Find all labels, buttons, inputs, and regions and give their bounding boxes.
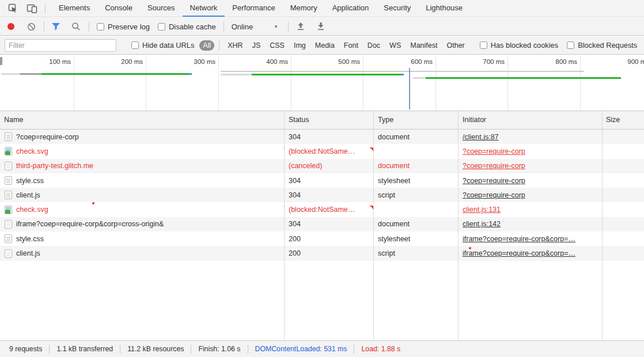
filter-pill-ws[interactable]: WS (386, 40, 404, 51)
type-cell: script (373, 249, 458, 257)
table-row[interactable]: client.js 200 script iframe?coep=require… (0, 246, 644, 260)
tab-elements[interactable]: Elements (51, 0, 97, 17)
chevron-down-icon[interactable]: ▼ (274, 24, 278, 29)
search-icon[interactable] (71, 22, 81, 31)
tab-lighthouse[interactable]: Lighthouse (418, 0, 470, 17)
has-blocked-cookies-checkbox[interactable] (480, 41, 487, 49)
preserve-log-checkbox[interactable] (97, 23, 104, 31)
timeline-tick-label: 500 ms (319, 58, 360, 65)
initiator-link[interactable]: ?coep=require-corp (463, 177, 525, 185)
table-row[interactable]: check.svg (blocked:NotSame… ?coep=requir… (0, 144, 644, 158)
initiator-cell: ?coep=require-corp (458, 191, 602, 199)
tab-label: Elements (59, 3, 90, 12)
table-row[interactable]: ?coep=require-corp 304 document /client.… (0, 130, 644, 144)
panel-tabs: ElementsConsoleSourcesNetworkPerformance… (51, 0, 470, 17)
red-annotation-dot (469, 247, 471, 249)
status-cell: (blocked:NotSame… (284, 147, 373, 155)
status-cell: 304 (284, 220, 373, 228)
initiator-link[interactable]: ?coep=require-corp (463, 162, 525, 170)
filter-funnel-icon[interactable] (51, 22, 60, 31)
toolbar-divider (288, 21, 289, 32)
tab-memory[interactable]: Memory (283, 0, 325, 17)
toolbar-divider (219, 40, 219, 51)
red-annotation-dot (92, 202, 94, 204)
table-row[interactable]: client.js 304 script ?coep=require-corp (0, 188, 644, 202)
import-har-icon[interactable] (297, 22, 305, 31)
hide-data-urls-checkbox[interactable] (131, 41, 139, 49)
tab-label: Memory (290, 3, 317, 12)
filter-pill-css[interactable]: CSS (266, 40, 288, 51)
filter-pill-font[interactable]: Font (340, 40, 362, 51)
column-header-initiator[interactable]: Initiator (463, 111, 486, 129)
filter-pill-js[interactable]: JS (249, 40, 264, 51)
timeline-tick-label: 600 ms (391, 58, 433, 65)
filter-pill-img[interactable]: Img (290, 40, 309, 51)
inspect-element-icon[interactable] (8, 3, 18, 13)
initiator-link[interactable]: client.js:131 (463, 206, 501, 214)
initiator-link[interactable]: ?coep=require-corp (463, 191, 525, 199)
filter-pill-doc[interactable]: Doc (364, 40, 384, 51)
tab-label: Application (332, 3, 369, 12)
has-blocked-cookies-label: Has blocked cookies (491, 41, 558, 50)
status-bar-item: 1.1 kB transferred (50, 345, 120, 353)
filter-pill-xhr[interactable]: XHR (224, 40, 246, 51)
initiator-link[interactable]: /client.js:87 (463, 133, 499, 141)
device-toolbar-icon[interactable] (26, 3, 37, 13)
status-text: (canceled) (289, 162, 322, 170)
tab-console[interactable]: Console (97, 0, 140, 17)
timeline-tick-label: 100 ms (29, 58, 71, 65)
status-cell: 304 (284, 191, 373, 199)
record-icon[interactable] (7, 23, 14, 30)
initiator-link[interactable]: iframe?coep=require-corp&corp=… (463, 235, 575, 243)
request-name: ?coep=require-corp (16, 133, 79, 141)
network-overview-waterfall[interactable]: 100 ms200 ms300 ms400 ms500 ms600 ms700 … (0, 55, 644, 111)
image-file-icon (5, 206, 12, 214)
table-row[interactable]: style.css 304 stylesheet ?coep=require-c… (0, 173, 644, 188)
status-cell: (blocked:NotSame… (284, 206, 373, 214)
tab-label: Lighthouse (426, 3, 463, 12)
document-file-icon (5, 234, 12, 243)
status-cell: 200 (284, 249, 373, 257)
column-header-size[interactable]: Size (606, 111, 620, 129)
table-row[interactable]: iframe?coep=require-corp&corp=cross-orig… (0, 217, 644, 231)
column-header-type[interactable]: Type (378, 111, 393, 129)
filter-pill-other[interactable]: Other (443, 40, 468, 51)
status-text: 200 (289, 235, 301, 243)
type-cell: document (373, 162, 458, 170)
initiator-link[interactable]: iframe?coep=require-corp&corp=… (463, 249, 575, 257)
network-toolbar: Preserve log Disable cache Online ▼ (0, 18, 644, 36)
request-name: style.css (16, 235, 44, 243)
filter-pill-manifest[interactable]: Manifest (407, 40, 441, 51)
tab-sources[interactable]: Sources (140, 0, 183, 17)
domcontentloaded-marker-line (409, 68, 410, 109)
status-text: 200 (289, 249, 301, 257)
throttling-select[interactable]: Online (232, 22, 253, 31)
tab-performance[interactable]: Performance (225, 0, 282, 17)
waterfall-bar (189, 73, 192, 75)
disable-cache-checkbox[interactable] (158, 23, 165, 31)
tab-security[interactable]: Security (376, 0, 418, 17)
filter-pill-media[interactable]: Media (312, 40, 338, 51)
request-name: iframe?coep=require-corp&corp=cross-orig… (16, 220, 164, 228)
column-header-status[interactable]: Status (289, 111, 309, 129)
column-header-name[interactable]: Name (4, 111, 23, 129)
blocked-requests-checkbox[interactable] (567, 41, 574, 49)
status-bar-item: Finish: 1.06 s (191, 345, 247, 353)
initiator-link[interactable]: client.js:142 (463, 220, 501, 228)
blocked-requests-label: Blocked Requests (578, 41, 637, 50)
filter-input[interactable] (5, 39, 116, 52)
tab-label: Performance (232, 3, 275, 12)
clear-icon[interactable] (27, 22, 36, 31)
export-har-icon[interactable] (317, 22, 325, 31)
initiator-link[interactable]: ?coep=require-corp (463, 147, 525, 155)
tab-bar-icons (0, 3, 45, 13)
request-name: check.svg (16, 147, 48, 155)
table-row[interactable]: check.svg (blocked:NotSame… client.js:13… (0, 202, 644, 217)
table-row[interactable]: style.css 200 stylesheet iframe?coep=req… (0, 231, 644, 246)
tab-application[interactable]: Application (325, 0, 377, 17)
filter-pill-all[interactable]: All (199, 40, 214, 51)
tab-network[interactable]: Network (183, 0, 225, 17)
table-row[interactable]: third-party-test.glitch.me (canceled) do… (0, 159, 644, 173)
initiator-cell: ?coep=require-corp (458, 147, 602, 155)
toolbar-divider (223, 21, 224, 32)
